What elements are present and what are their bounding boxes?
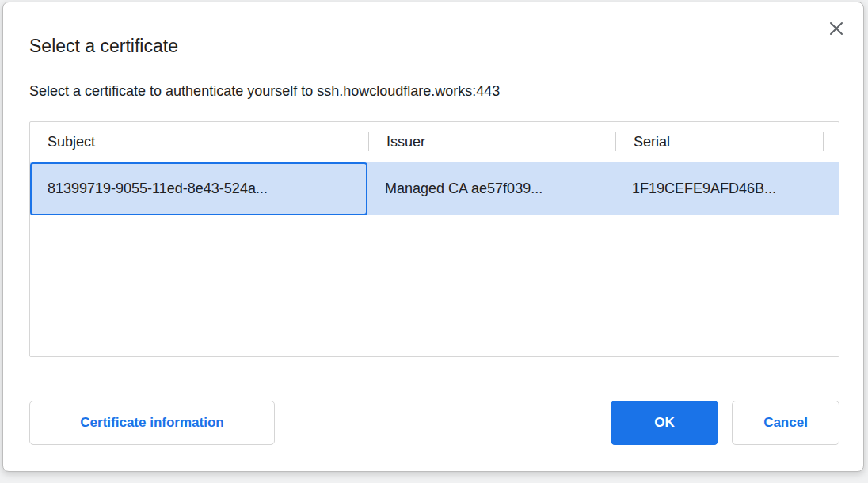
dialog-title: Select a certificate — [29, 36, 178, 57]
certificate-serial-cell: 1F19CEFE9AFD46B... — [615, 162, 824, 215]
column-header-issuer: Issuer — [369, 122, 616, 162]
column-header-serial: Serial — [616, 122, 824, 162]
certificate-information-button[interactable]: Certificate information — [29, 401, 275, 445]
certificate-issuer-cell: Managed CA ae57f039... — [367, 162, 615, 215]
dialog-subtitle: Select a certificate to authenticate you… — [29, 83, 500, 100]
certificate-subject-cell[interactable]: 81399719-9055-11ed-8e43-524a... — [30, 162, 367, 215]
column-header-subject: Subject — [30, 122, 369, 162]
certificate-dialog: Select a certificate Select a certificat… — [2, 2, 864, 472]
table-header: Subject Issuer Serial — [30, 122, 839, 162]
certificate-row[interactable]: 81399719-9055-11ed-8e43-524a... Managed … — [30, 162, 839, 215]
close-icon — [829, 21, 843, 38]
close-button[interactable] — [825, 18, 847, 40]
dialog-actions: OK Cancel — [611, 401, 839, 445]
certificate-table: Subject Issuer Serial 81399719-9055-11ed… — [29, 121, 839, 357]
ok-button[interactable]: OK — [611, 401, 718, 445]
cancel-button[interactable]: Cancel — [732, 401, 839, 445]
